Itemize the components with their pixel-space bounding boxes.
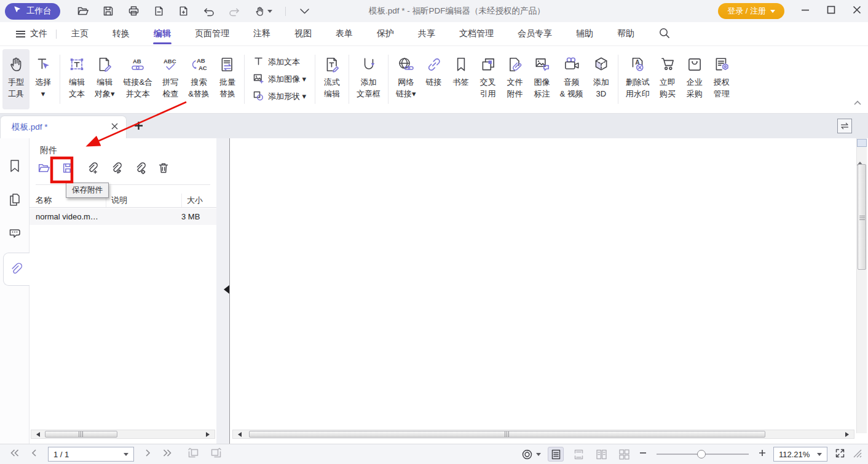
search-icon[interactable] [658,27,671,41]
resize-grip[interactable] [853,449,862,460]
edit-attachment-icon[interactable] [109,162,122,177]
scrollbar-thumb[interactable] [858,164,866,270]
hand-tool-quick-icon[interactable] [254,6,272,17]
comments-panel-icon[interactable] [8,226,22,243]
document-horizontal-scrollbar[interactable] [232,430,854,439]
ribbon-add-article-box-button[interactable]: 添加 文章框 [352,49,385,109]
facing-continuous-view-icon[interactable] [616,447,632,462]
ribbon-spell-check-button[interactable]: ABC 拼写 检查 [157,49,184,109]
ribbon-cross-reference-button[interactable]: 交叉 引用 [475,49,502,109]
menu-tab-view[interactable]: 视图 [294,23,312,45]
collapse-ribbon-icon[interactable] [853,97,862,108]
fullscreen-icon[interactable] [834,447,846,462]
ribbon-select-button[interactable]: 选择 ▾ [30,49,57,109]
ribbon-file-attachment-button[interactable]: 文件 附件 [502,49,529,109]
zoom-level-combobox[interactable]: 112.21% [773,447,827,462]
menu-tab-comment[interactable]: 注释 [253,23,270,45]
redo-icon[interactable] [228,6,241,17]
open-attachment-icon[interactable] [37,162,50,177]
tab-close-icon[interactable] [111,122,119,132]
ribbon-link-button[interactable]: 链接 [420,49,448,109]
menu-tab-protect[interactable]: 保护 [377,23,394,45]
close-button[interactable] [852,5,862,17]
menu-tab-form[interactable]: 表单 [336,23,353,45]
scroll-left-arrow[interactable] [34,432,40,437]
zoom-slider[interactable] [657,454,749,455]
scrollbar-thumb[interactable] [249,431,765,438]
document-tab[interactable]: 模板.pdf * [0,116,127,138]
scroll-left-arrow[interactable] [235,432,242,437]
previous-page-button[interactable] [30,447,38,461]
attachments-panel-icon[interactable] [8,261,22,278]
workspace-button[interactable]: 工作台 [5,3,60,20]
add-tab-icon[interactable] [133,120,144,133]
next-view-icon[interactable] [210,447,223,462]
menu-tab-convert[interactable]: 转换 [112,23,130,45]
ribbon-buy-now-button[interactable]: 立即 购买 [654,49,681,109]
minimize-button[interactable] [800,5,810,17]
file-menu[interactable]: 文件 [16,28,47,39]
scroll-right-arrow[interactable] [845,432,851,437]
panel-horizontal-scrollbar[interactable] [31,430,215,439]
menu-tab-member[interactable]: 会员专享 [518,23,552,45]
save-attachment-icon[interactable] [61,162,74,177]
ribbon-audio-video-button[interactable]: 音频 & 视频 [556,49,588,109]
open-file-icon[interactable] [76,5,89,17]
customize-toolbar-icon[interactable] [299,7,310,15]
zoom-in-icon[interactable] [758,449,767,460]
document-canvas[interactable] [231,138,868,444]
ribbon-edit-object-button[interactable]: 编辑 对象▾ [90,49,119,109]
menu-tab-home[interactable]: 主页 [71,23,89,45]
zoom-slider-handle[interactable] [697,450,706,458]
facing-view-icon[interactable] [593,447,609,462]
add-attachment-icon[interactable] [85,162,98,177]
ribbon-enterprise-purchase-button[interactable]: 企业 采购 [681,49,708,109]
login-register-button[interactable]: 登录 / 注册 [718,3,784,19]
menu-tab-help[interactable]: 帮助 [617,23,634,45]
ribbon-add-3d-button[interactable]: 添加 3D [588,49,615,109]
ribbon-batch-replace-button[interactable]: 批量 替换 [214,49,241,109]
bookmarks-panel-icon[interactable] [8,159,22,176]
attachment-row[interactable]: normal video.m… 3 MB [30,208,216,225]
scroll-up-arrow[interactable] [857,151,867,162]
pages-panel-icon[interactable] [8,192,22,210]
first-page-button[interactable] [9,447,20,461]
autoscroll-icon[interactable] [521,449,541,460]
zoom-out-icon[interactable] [639,449,647,460]
continuous-view-icon[interactable] [570,447,586,462]
ribbon-web-link-button[interactable]: 网络 链接▾ [392,49,420,109]
split-view-icon[interactable] [837,119,852,133]
last-page-button[interactable] [162,447,173,461]
next-page-button[interactable] [144,447,152,461]
scroll-right-arrow[interactable] [206,432,212,437]
new-file-icon[interactable] [178,5,189,17]
column-header-description[interactable]: 说明 [106,194,181,207]
attachment-settings-icon[interactable] [133,162,146,177]
delete-attachment-icon[interactable] [157,162,170,177]
panel-divider[interactable] [216,138,230,444]
ribbon-image-annotation-button[interactable]: 图像 标注 [529,49,556,109]
menu-tab-doc-manage[interactable]: 文档管理 [459,23,494,45]
page-number-combobox[interactable]: 1 / 1 [48,447,134,462]
menu-tab-pages[interactable]: 页面管理 [195,23,229,45]
ribbon-hand-tool-button[interactable]: 手型 工具 [2,49,30,109]
menu-tab-share[interactable]: 共享 [418,23,435,45]
menu-tab-assist[interactable]: 辅助 [576,23,593,45]
column-header-size[interactable]: 大小 [181,194,216,207]
collapse-panel-icon[interactable] [219,285,229,294]
close-file-icon[interactable] [153,5,165,17]
ribbon-license-management-button[interactable]: 授权 管理 [708,49,735,109]
undo-icon[interactable] [202,6,215,17]
print-icon[interactable] [127,5,140,17]
previous-view-icon[interactable] [187,447,200,462]
scrollbar-thumb[interactable] [45,431,117,438]
save-icon[interactable] [102,5,114,17]
ribbon-reflow-edit-button[interactable]: 流式 编辑 [318,49,345,109]
ribbon-link-merge-text-button[interactable]: AB 链接&合 并文本 [119,49,157,109]
ribbon-add-text-button[interactable]: 添加文本 [253,56,306,68]
menu-tab-edit[interactable]: 编辑 [154,23,171,45]
maximize-button[interactable] [826,5,836,17]
ribbon-remove-trial-watermark-button[interactable]: A 删除试 用水印 [621,49,654,109]
ribbon-add-shape-button[interactable]: 添加形状 ▾ [253,90,306,103]
ribbon-search-replace-button[interactable]: ABAC 搜索 &替换 [184,49,214,109]
